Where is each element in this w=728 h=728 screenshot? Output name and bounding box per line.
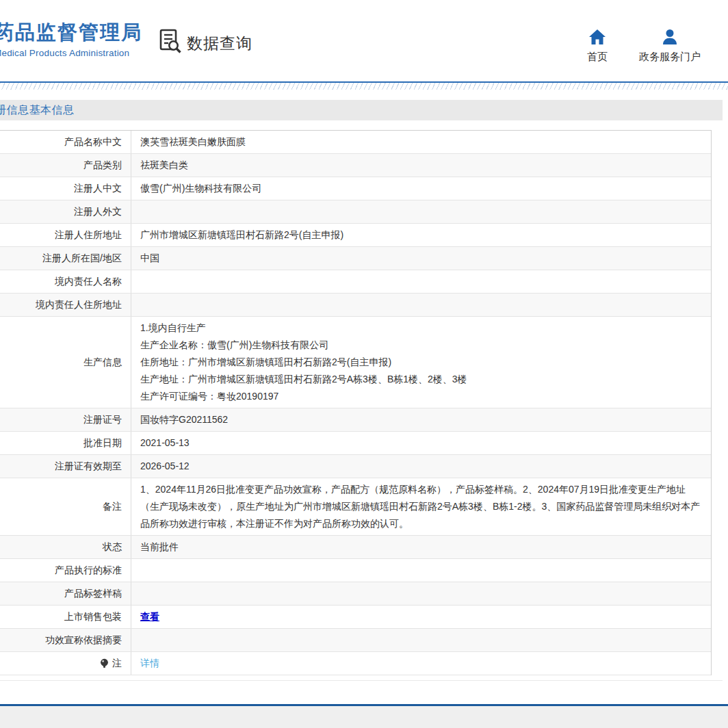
table-row: 状态当前批件 [0,536,711,559]
footer-background [0,706,728,728]
table-row: 注册人住所地址广州市增城区新塘镇瑶田村石新路2号(自主申报) [0,224,711,247]
table-row: 注册证号国妆特字G20211562 [0,408,711,432]
row-label: 注册人外文 [0,200,131,223]
user-icon [639,27,701,45]
table-row: 产品标签样稿 [0,582,711,606]
row-label: 上市销售包装 [0,606,131,628]
data-query-tab[interactable]: 数据查询 [159,29,252,57]
table-row: 批准日期2021-05-13 [0,432,711,455]
row-value: 中国 [131,247,711,270]
row-value [131,559,711,582]
table-row: 注详情 [0,652,711,675]
nav-home-label: 首页 [587,51,608,64]
row-value: 1.境内自行生产 生产企业名称：傲雪(广州)生物科技有限公司 住所地址：广州市增… [131,317,711,408]
nav-gov-portal[interactable]: 政务服务门户 [639,27,701,64]
table-row: 注册证有效期至2026-05-12 [0,455,711,478]
row-label: 注册证号 [0,408,131,431]
site-logo: 药品监督管理局 Medical Products Administration [0,21,142,58]
row-label: 注册人住所地址 [0,224,131,246]
row-value: 查看 [131,606,711,628]
row-label: 产品标签样稿 [0,582,131,605]
table-row: 备注1、2024年11月26日批准变更产品功效宣称，产品配方（规范原料名称），产… [0,478,711,536]
row-value [131,200,711,223]
page-footer [0,704,728,728]
note-icon [100,658,109,669]
row-label: 注册人所在国/地区 [0,247,131,270]
row-value: 广州市增城区新塘镇瑶田村石新路2号(自主申报) [131,224,711,246]
row-label: 产品执行的标准 [0,559,131,582]
row-value: 国妆特字G20211562 [131,408,711,431]
section-title: 册信息基本信息 [0,104,75,116]
table-row: 注册人外文 [0,200,711,224]
table-row: 生产信息1.境内自行生产 生产企业名称：傲雪(广州)生物科技有限公司 住所地址：… [0,317,711,408]
row-value [131,629,711,651]
header-nav: 首页 政务服务门户 [587,27,701,64]
row-label: 产品名称中文 [0,131,131,153]
row-value: 详情 [131,652,711,675]
row-value [131,270,711,293]
table-row: 境内责任人住所地址 [0,294,711,317]
row-label: 功效宣称依据摘要 [0,629,131,651]
table-row: 产品类别祛斑美白类 [0,154,711,177]
info-table: 产品名称中文澳芙雪祛斑美白嫩肤面膜产品类别祛斑美白类注册人中文傲雪(广州)生物科… [0,130,712,675]
logo-title-en: Medical Products Administration [0,48,142,58]
data-query-label: 数据查询 [187,33,252,54]
table-bottom-rule [0,675,723,681]
table-row: 境内责任人名称 [0,270,711,294]
row-label: 产品类别 [0,154,131,177]
row-value: 祛斑美白类 [131,154,711,177]
row-value [131,582,711,605]
table-row: 注册人所在国/地区中国 [0,247,711,270]
row-label: 境内责任人名称 [0,270,131,293]
row-value: 当前批件 [131,536,711,558]
row-label: 注册证有效期至 [0,455,131,478]
nav-gov-portal-label: 政务服务门户 [639,51,701,64]
row-label: 注 [0,652,131,675]
table-row: 注册人中文傲雪(广州)生物科技有限公司 [0,177,711,200]
row-label: 状态 [0,536,131,558]
view-packaging-link[interactable]: 查看 [140,611,159,623]
table-row: 产品执行的标准 [0,559,711,582]
row-value: 2021-05-13 [131,432,711,454]
section-title-bar: 册信息基本信息 [0,100,723,120]
header-hatch-band [0,83,728,90]
table-row: 产品名称中文澳芙雪祛斑美白嫩肤面膜 [0,131,711,154]
note-details-link[interactable]: 详情 [140,658,159,670]
logo-title-cn: 药品监督管理局 [0,21,142,44]
row-value: 傲雪(广州)生物科技有限公司 [131,177,711,200]
row-label: 注册人中文 [0,177,131,200]
table-row: 上市销售包装查看 [0,606,711,629]
document-search-icon [159,29,182,57]
page-header: 药品监督管理局 Medical Products Administration … [0,0,728,81]
row-label: 备注 [0,478,131,535]
row-label: 生产信息 [0,317,131,408]
row-value: 澳芙雪祛斑美白嫩肤面膜 [131,131,711,153]
row-value: 2026-05-12 [131,455,711,478]
row-value: 1、2024年11月26日批准变更产品功效宣称，产品配方（规范原料名称），产品标… [131,478,711,535]
nav-home[interactable]: 首页 [587,27,608,64]
table-row: 功效宣称依据摘要 [0,629,711,652]
home-icon [587,27,608,45]
row-value [131,294,711,316]
row-label: 境内责任人住所地址 [0,294,131,316]
row-label: 批准日期 [0,432,131,454]
